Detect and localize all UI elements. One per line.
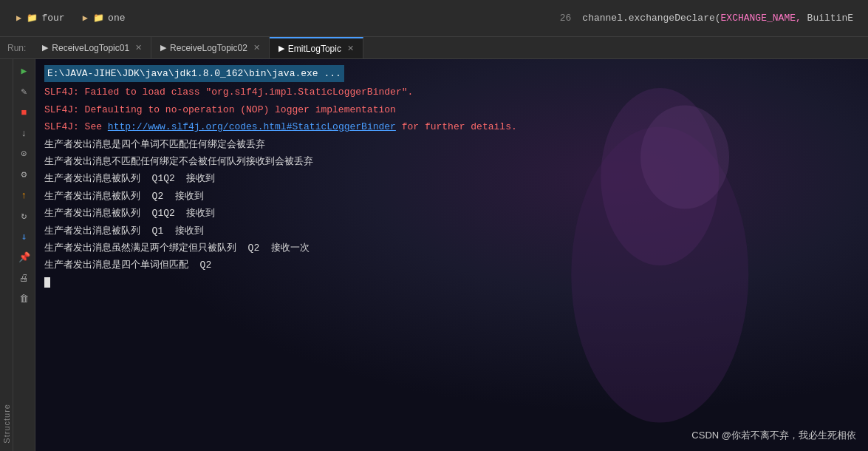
run-label: Run: [0, 43, 33, 53]
stop-button[interactable]: ■ [16, 104, 33, 121]
exec-path: E:\JAVA-JIHE\JDK\java\jdk1.8.0_162\bin\j… [44, 65, 344, 82]
print-button[interactable]: 🖨 [16, 270, 33, 286]
cursor-blink [44, 277, 50, 288]
output-line-5: 生产者发出消息不匹配任何绑定不会被任何队列接收到会被丢弃 [44, 153, 859, 170]
camera-button[interactable]: ⊙ [16, 146, 33, 162]
top-bar: ▶ 📁 four ▶ 📁 one 26 channel.exchangeDecl… [0, 0, 868, 37]
run-button[interactable]: ▶ [16, 63, 33, 79]
folder-icon-2: ▶ 📁 [83, 13, 104, 24]
output-line-7: 生产者发出消息被队列 Q2 接收到 [44, 188, 859, 205]
edit-button[interactable]: ✎ [16, 84, 33, 100]
line-number: 26 [560, 13, 572, 24]
output-text: 生产者发出消息是四个单词不匹配任何绑定会被丢弃 [44, 139, 265, 150]
output-content: E:\JAVA-JIHE\JDK\java\jdk1.8.0_162\bin\j… [44, 65, 859, 291]
tab-receive-log-topic01[interactable]: ▶ ReceiveLogTopic01 ✕ [33, 37, 151, 58]
scroll-up-button[interactable]: ↑ [16, 187, 33, 203]
output-area[interactable]: E:\JAVA-JIHE\JDK\java\jdk1.8.0_162\bin\j… [35, 59, 868, 451]
output-line-10: 生产者发出消息虽然满足两个绑定但只被队列 Q2 接收一次 [44, 240, 859, 257]
output-text: 生产者发出消息不匹配任何绑定不会被任何队列接收到会被丢弃 [44, 156, 313, 167]
output-line-11: 生产者发出消息是四个单词但匹配 Q2 [44, 257, 859, 274]
error-line: SLF4J: Failed to load class "org.slf4j.i… [44, 87, 413, 98]
scroll-down-button[interactable]: ↓ [16, 125, 33, 141]
output-text: 生产者发出消息是四个单词但匹配 Q2 [44, 260, 211, 271]
output-line-6: 生产者发出消息被队列 Q1Q2 接收到 [44, 170, 859, 187]
pin-button[interactable]: 📌 [16, 249, 33, 265]
folder-four[interactable]: ▶ 📁 four [7, 10, 74, 27]
structure-label: Structure [2, 404, 11, 444]
slf4j-suffix: for further details. [396, 121, 517, 132]
output-line-1: SLF4J: Failed to load class "org.slf4j.i… [44, 84, 859, 101]
tab-close-1[interactable]: ✕ [135, 43, 142, 52]
main-content: Structure ▶ ✎ ■ ↓ ⊙ ⚙ ↑ ↻ ⇓ 📌 🖨 🗑 [0, 59, 868, 451]
output-line-8: 生产者发出消息被队列 Q1Q2 接收到 [44, 205, 859, 222]
output-text: 生产者发出消息被队列 Q1 接收到 [44, 226, 204, 237]
watermark: CSDN @你若不离不弃，我必生死相依 [691, 429, 856, 442]
output-text: 生产者发出消息虽然满足两个绑定但只被队列 Q2 接收一次 [44, 243, 310, 254]
delete-button[interactable]: 🗑 [16, 291, 33, 307]
code-snippet: channel.exchangeDeclare(EXCHANGE_NAME, B… [582, 13, 853, 24]
slf4j-link[interactable]: http://www.slf4j.org/codes.html#StaticLo… [108, 121, 396, 132]
tab-receive-log-topic02[interactable]: ▶ ReceiveLogTopic02 ✕ [151, 37, 270, 58]
tab-run-icon-2: ▶ [160, 43, 166, 52]
tab-run-icon-3: ▶ [278, 44, 284, 53]
cursor-line [44, 274, 859, 291]
output-line-4: 生产者发出消息是四个单词不匹配任何绑定会被丢弃 [44, 136, 859, 153]
folder-icon: ▶ 📁 [16, 13, 38, 24]
debug-button[interactable]: ⚙ [16, 166, 33, 183]
output-text: 生产者发出消息被队列 Q1Q2 接收到 [44, 208, 215, 219]
tab-close-3[interactable]: ✕ [347, 44, 354, 53]
tab-close-2[interactable]: ✕ [253, 43, 260, 52]
tab-run-icon-1: ▶ [42, 43, 48, 52]
output-text: 生产者发出消息被队列 Q2 接收到 [44, 191, 204, 202]
tab-emit-log-topic[interactable]: ▶ EmitLogTopic ✕ [270, 37, 363, 58]
output-line-2: SLF4J: Defaulting to no-operation (NOP) … [44, 101, 859, 118]
left-toolbar: ▶ ✎ ■ ↓ ⊙ ⚙ ↑ ↻ ⇓ 📌 🖨 🗑 [13, 59, 35, 451]
output-text: 生产者发出消息被队列 Q1Q2 接收到 [44, 173, 215, 184]
code-reference: 26 channel.exchangeDeclare(EXCHANGE_NAME… [560, 0, 868, 36]
output-line-3: SLF4J: See http://www.slf4j.org/codes.ht… [44, 118, 859, 135]
output-line-0: E:\JAVA-JIHE\JDK\java\jdk1.8.0_162\bin\j… [44, 65, 859, 84]
run-tabs-bar: Run: ▶ ReceiveLogTopic01 ✕ ▶ ReceiveLogT… [0, 37, 868, 59]
structure-panel: Structure [0, 59, 13, 451]
slf4j-prefix: SLF4J: See [44, 121, 108, 132]
error-line: SLF4J: Defaulting to no-operation (NOP) … [44, 104, 396, 115]
folder-one[interactable]: ▶ 📁 one [74, 10, 134, 27]
output-line-9: 生产者发出消息被队列 Q1 接收到 [44, 223, 859, 240]
scroll-bottom-button[interactable]: ⇓ [16, 228, 33, 245]
reload-button[interactable]: ↻ [16, 208, 33, 224]
